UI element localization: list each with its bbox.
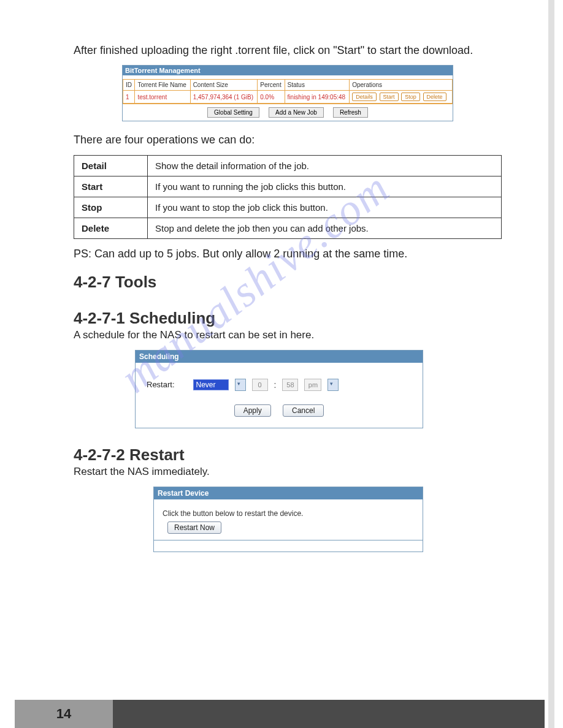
section-heading-scheduling: 4-2-7-1 Scheduling: [74, 309, 502, 328]
bittorrent-panel: BitTorrent Management ID Torrent File Na…: [122, 65, 453, 121]
op-key: Stop: [74, 197, 148, 218]
col-percent: Percent: [258, 80, 285, 91]
restart-panel: Restart Device Click the button below to…: [153, 487, 423, 552]
page-footer: 14: [15, 700, 545, 728]
table-row: Delete Stop and delete the job then you …: [74, 218, 502, 238]
op-key: Delete: [74, 218, 148, 238]
chevron-down-icon[interactable]: [327, 379, 339, 391]
delete-button[interactable]: Delete: [423, 93, 446, 101]
ampm-select[interactable]: pm: [304, 379, 321, 391]
restart-label: Restart:: [147, 380, 175, 389]
restart-frequency-select[interactable]: Never: [193, 379, 229, 390]
restart-panel-title: Restart Device: [154, 487, 423, 499]
restart-panel-footer: [154, 540, 423, 552]
table-header-row: ID Torrent File Name Content Size Percen…: [123, 80, 453, 91]
scheduling-panel: Scheduling Restart: Never 0 : 58 pm Appl…: [135, 350, 423, 428]
table-row: Detail Show the detail information of th…: [74, 155, 502, 176]
ps-note: PS: Can add up to 5 jobs. But only allow…: [74, 248, 502, 260]
restart-now-button[interactable]: Restart Now: [167, 521, 221, 534]
cell-status: finishing in 149:05:48: [285, 91, 350, 104]
op-key: Detail: [74, 155, 148, 176]
op-desc: Show the detail information of the job.: [148, 155, 502, 176]
page-number-box: 14: [15, 700, 113, 728]
col-id: ID: [123, 80, 135, 91]
bittorrent-jobs-table: ID Torrent File Name Content Size Percen…: [123, 79, 453, 104]
cell-filename: test.torrent: [135, 91, 190, 104]
chevron-down-icon[interactable]: [235, 379, 246, 391]
details-button[interactable]: Details: [352, 93, 377, 101]
table-row: Stop If you want to stop the job click t…: [74, 197, 502, 218]
restart-description: Restart the NAS immediately.: [74, 466, 502, 478]
col-filename: Torrent File Name: [135, 80, 190, 91]
op-desc: Stop and delete the job then you can add…: [148, 218, 502, 238]
col-status: Status: [285, 80, 350, 91]
global-setting-button[interactable]: Global Setting: [207, 107, 259, 118]
restart-instruction-text: Click the button below to restart the de…: [163, 509, 414, 518]
op-desc: If you want to running the job clicks th…: [148, 176, 502, 197]
section-heading-tools: 4-2-7 Tools: [74, 273, 502, 292]
restart-hour-input[interactable]: 0: [252, 379, 268, 391]
table-row: 1 test.torrent 1,457,974,364 (1 GiB) 0.0…: [123, 91, 453, 104]
section-heading-restart: 4-2-7-2 Restart: [74, 446, 502, 464]
bittorrent-footer: Global Setting Add a New Job Refresh: [123, 104, 453, 121]
stop-button[interactable]: Stop: [401, 93, 420, 101]
col-size: Content Size: [190, 80, 258, 91]
cell-size: 1,457,974,364 (1 GiB): [190, 91, 258, 104]
add-new-job-button[interactable]: Add a New Job: [269, 107, 324, 118]
col-operations: Operations: [350, 80, 453, 91]
bittorrent-panel-title: BitTorrent Management: [123, 66, 453, 75]
table-row: Start If you want to running the job cli…: [74, 176, 502, 197]
scheduling-panel-title: Scheduling: [136, 351, 423, 363]
restart-schedule-row: Restart: Never 0 : 58 pm: [147, 379, 412, 391]
apply-button[interactable]: Apply: [234, 404, 271, 417]
cell-operations: Details Start Stop Delete: [350, 91, 453, 104]
time-colon: :: [274, 380, 277, 390]
refresh-button[interactable]: Refresh: [333, 107, 368, 118]
cell-id: 1: [123, 91, 135, 104]
intro-paragraph: After finished uploading the right .torr…: [74, 43, 502, 58]
op-key: Start: [74, 176, 148, 197]
operations-definition-table: Detail Show the detail information of th…: [74, 155, 502, 239]
op-desc: If you want to stop the job click this b…: [148, 197, 502, 218]
cancel-button[interactable]: Cancel: [283, 404, 324, 417]
scheduling-description: A schedule for the NAS to restart can be…: [74, 329, 502, 341]
restart-minute-input[interactable]: 58: [282, 379, 298, 391]
operations-intro: There are four operations we can do:: [74, 132, 502, 147]
footer-bar: [113, 700, 545, 728]
page-number: 14: [56, 706, 71, 722]
start-button[interactable]: Start: [380, 93, 399, 101]
cell-percent: 0.0%: [258, 91, 285, 104]
